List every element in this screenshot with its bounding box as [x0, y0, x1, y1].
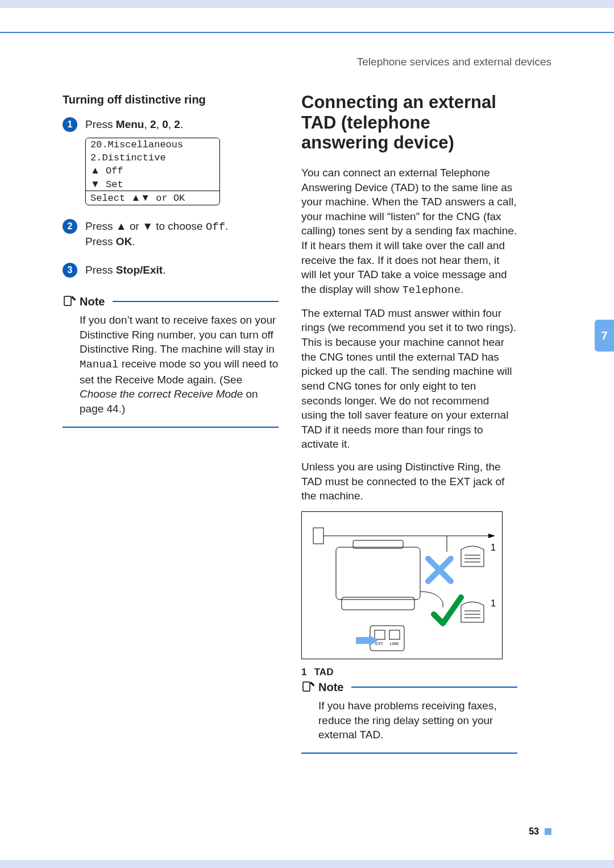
- para-1: You can connect an external Telephone An…: [301, 166, 517, 298]
- note-label: Note: [80, 296, 105, 307]
- note-rule: [351, 687, 517, 688]
- para-3: Unless you are using Distinctive Ring, t…: [301, 460, 517, 503]
- svg-rect-2: [336, 547, 420, 600]
- running-header: Telephone services and external devices: [357, 56, 551, 69]
- lcd-line-2: 2.Distinctive: [86, 151, 219, 164]
- step-1-bullet: 1: [63, 117, 77, 132]
- page-number-cap: [545, 828, 551, 835]
- up-arrow-icon: ▲: [90, 165, 100, 176]
- step-3-bullet: 3: [63, 263, 77, 278]
- step-3-text: Press Stop/Exit.: [85, 263, 279, 278]
- step-3: 3 Press Stop/Exit.: [63, 263, 279, 278]
- svg-rect-18: [303, 682, 310, 691]
- diagram-label-1-top: 1: [491, 543, 496, 552]
- para-2: The external TAD must answer within four…: [301, 306, 517, 452]
- svg-rect-10: [370, 626, 404, 651]
- step-2-bullet: 2: [63, 219, 77, 234]
- header-rule: [0, 32, 614, 33]
- svg-text:LINE: LINE: [390, 642, 399, 646]
- step-1-text: Press Menu, 2, 0, 2.: [85, 117, 279, 132]
- lcd-line-3: ▲ Off: [86, 164, 219, 177]
- chapter-tab: 7: [595, 320, 614, 352]
- note-label: Note: [318, 681, 343, 693]
- note-block-right: Note If you have problems receiving faxe…: [301, 680, 517, 754]
- page-number: 53: [529, 827, 551, 836]
- lcd-footer: Select ▲▼ or OK: [86, 191, 219, 205]
- diagram-label-1-bottom: 1: [491, 598, 496, 608]
- note-block-left: Note If you don’t want to receive faxes …: [63, 295, 279, 427]
- svg-rect-1: [313, 528, 323, 544]
- note-icon: [63, 295, 76, 308]
- section-title-turning-off: Turning off distinctive ring: [63, 92, 279, 107]
- diagram-legend: 1 TAD: [301, 667, 517, 677]
- step-1: 1 Press Menu, 2, 0, 2.: [63, 117, 279, 132]
- lcd-display: 20.Miscellaneous 2.Distinctive ▲ Off ▼ S…: [85, 138, 220, 205]
- connection-diagram: 1 EXT. LINE: [301, 511, 503, 659]
- note-bottom-rule: [301, 753, 517, 754]
- note-rule: [113, 301, 279, 302]
- svg-text:EXT.: EXT.: [375, 642, 384, 646]
- svg-rect-4: [342, 597, 414, 610]
- note-bottom-rule: [63, 427, 279, 428]
- lcd-line-4: ▼ Set: [86, 177, 219, 191]
- note-body-right: If you have problems receiving faxes, re…: [318, 698, 517, 742]
- svg-rect-0: [64, 296, 71, 305]
- note-icon: [301, 680, 315, 694]
- note-body-left: If you don’t want to receive faxes on yo…: [80, 313, 279, 416]
- step-2-text: Press ▲ or ▼ to choose Off.Press OK.: [85, 219, 279, 249]
- svg-rect-11: [375, 630, 385, 639]
- svg-rect-12: [389, 630, 400, 639]
- heading-connecting-tad: Connecting an external TAD (telephone an…: [301, 92, 517, 153]
- down-arrow-icon: ▼: [90, 179, 100, 189]
- lcd-line-1: 20.Miscellaneous: [86, 138, 219, 151]
- step-2: 2 Press ▲ or ▼ to choose Off.Press OK.: [63, 219, 279, 249]
